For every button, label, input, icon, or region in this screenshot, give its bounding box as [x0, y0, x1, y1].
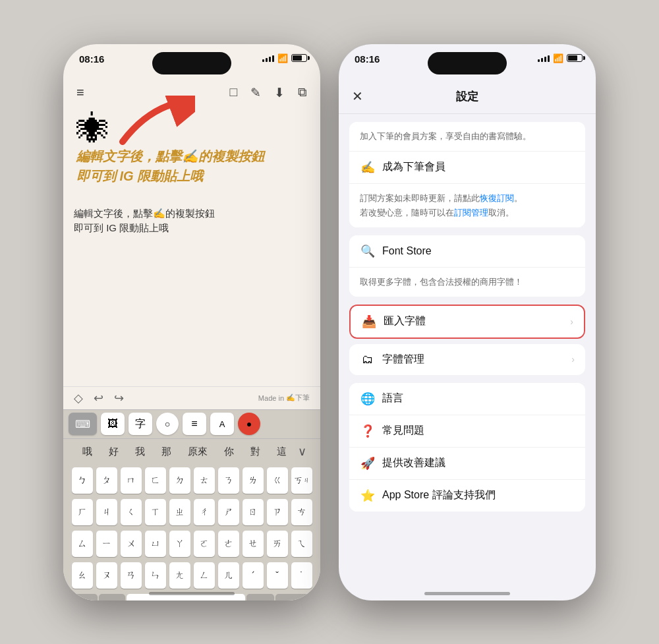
key-b5[interactable]: ㄉ [169, 467, 190, 494]
key-c9[interactable]: ㄗ [267, 499, 288, 525]
key-e5[interactable]: ㄤ [169, 562, 190, 589]
manage-link[interactable]: 訂閱管理 [454, 208, 488, 218]
membership-icon: ✍ [360, 160, 376, 175]
key-b8[interactable]: ㄌ [243, 467, 264, 494]
redo-icon[interactable]: ↪ [114, 391, 124, 405]
made-in-badge: Made in ✍下筆 [258, 393, 310, 403]
kb-keyboard-btn[interactable]: ⌨ [69, 413, 97, 435]
phones-container: 08:16 📶 ≡ □ [0, 0, 659, 644]
key-d8[interactable]: ㄝ [243, 531, 264, 557]
edit-icon[interactable]: ✎ [250, 85, 261, 100]
key-d4[interactable]: ㄩ [145, 531, 166, 557]
key-c6[interactable]: ㄔ [194, 499, 215, 525]
key-d1[interactable]: ㄙ [72, 531, 93, 557]
key-d9[interactable]: ㄞ [267, 531, 288, 557]
eraser-icon[interactable]: ◇ [74, 391, 83, 405]
restore-link[interactable]: 恢復訂閱 [480, 193, 514, 203]
key-d2[interactable]: ㄧ [96, 531, 117, 557]
hamburger-icon[interactable]: ≡ [76, 85, 84, 100]
undo-icon[interactable]: ↩ [94, 391, 103, 405]
appstore-row[interactable]: ⭐ App Store 評論支持我們 [349, 480, 585, 512]
kb-circle-btn[interactable]: ○ [156, 413, 179, 435]
import-font-label: 匯入字體 [384, 314, 563, 328]
key-b10[interactable]: ㄎㄐ [291, 467, 312, 494]
suggest-7[interactable]: 對 [245, 443, 266, 461]
share-icon[interactable]: ⬇ [274, 85, 285, 100]
key-c4[interactable]: ㄒ [145, 499, 166, 525]
key-e6[interactable]: ㄥ [194, 562, 215, 589]
key-c5[interactable]: ㄓ [169, 499, 190, 525]
key-c2[interactable]: ㄐ [96, 499, 117, 525]
import-font-icon: 📥 [361, 314, 377, 329]
suggest-6[interactable]: 你 [219, 443, 239, 461]
key-return[interactable]: 換行 [275, 594, 312, 600]
kb-char-btn[interactable]: 字 [129, 413, 152, 435]
membership-row[interactable]: ✍ 成為下筆會員 [349, 152, 585, 184]
key-b4[interactable]: ㄈ [145, 467, 166, 494]
left-phone: 08:16 📶 ≡ □ [63, 44, 320, 600]
faq-row[interactable]: ❓ 常見問題 [349, 415, 585, 448]
kb-list-btn[interactable]: ≡ [183, 413, 206, 435]
key-b6[interactable]: ㄊ [194, 467, 215, 494]
key-d6[interactable]: ㄛ [194, 531, 215, 557]
suggest-4[interactable]: 那 [156, 443, 177, 461]
key-d3[interactable]: ㄨ [121, 531, 142, 557]
time-left: 08:16 [79, 53, 104, 65]
suggest-5[interactable]: 原來 [183, 443, 213, 461]
key-b1[interactable]: ㄅ [72, 467, 93, 494]
language-label: 語言 [382, 392, 575, 405]
key-c8[interactable]: ㄖ [243, 499, 264, 525]
key-d7[interactable]: ㄜ [218, 531, 239, 557]
view-icon[interactable]: □ [230, 85, 237, 100]
font-store-row[interactable]: 🔍 Font Store [349, 235, 585, 268]
key-e2[interactable]: ㄡ [96, 562, 117, 589]
key-emoji[interactable]: 😊 [99, 594, 125, 600]
key-b2[interactable]: ㄆ [96, 467, 117, 494]
kb-font-btn[interactable]: A [210, 413, 234, 435]
import-font-row[interactable]: 📥 匯入字體 › [351, 306, 584, 337]
kb-image-btn[interactable]: 🖼 [101, 413, 125, 435]
kb-dot-btn[interactable]: ● [238, 413, 260, 435]
language-icon: 🌐 [360, 392, 376, 406]
key-123[interactable]: 123 [71, 594, 98, 600]
key-e10[interactable]: ˙ [291, 562, 312, 589]
feedback-row[interactable]: 🚀 提供改善建議 [349, 448, 585, 480]
home-indicator-left [149, 592, 235, 595]
key-e1[interactable]: ㄠ [72, 562, 93, 589]
suggest-3[interactable]: 我 [130, 443, 150, 461]
key-b3[interactable]: ㄇ [121, 467, 142, 494]
signal-bars-left [262, 54, 274, 62]
key-c10[interactable]: ㄘ [291, 499, 312, 525]
key-e3[interactable]: ㄢ [121, 562, 142, 589]
kb-row-1: ㄅ ㄆ ㄇ ㄈ ㄉ ㄊ ㄋ ㄌ ㄍ ㄎㄐ [66, 467, 318, 494]
key-c3[interactable]: ㄑ [121, 499, 142, 525]
suggest-8[interactable]: 這 [272, 443, 292, 461]
suggest-1[interactable]: 哦 [77, 443, 98, 461]
font-store-label: Font Store [382, 245, 575, 257]
copy-icon[interactable]: ⧉ [298, 85, 307, 100]
key-c1[interactable]: ㄏ [72, 499, 93, 525]
close-button[interactable]: ✕ [352, 88, 363, 104]
signal-bars-right [538, 54, 550, 62]
key-e9[interactable]: ˇ [267, 562, 288, 589]
font-mgmt-row[interactable]: 🗂 字體管理 › [349, 344, 585, 375]
battery-left [291, 54, 307, 62]
suggest-chevron[interactable]: ∨ [298, 444, 306, 459]
language-row[interactable]: 🌐 語言 [349, 383, 585, 415]
key-c7[interactable]: ㄕ [218, 499, 239, 525]
key-e7[interactable]: ㄦ [218, 562, 239, 589]
font-mgmt-chevron: › [571, 354, 575, 365]
key-e8[interactable]: ˊ [243, 562, 264, 589]
key-d5[interactable]: ㄚ [169, 531, 190, 557]
key-delete[interactable]: ⌫ [246, 594, 274, 600]
left-phone-content: 08:16 📶 ≡ □ [63, 44, 320, 600]
suggest-2[interactable]: 好 [103, 443, 124, 461]
settings-title: 設定 [456, 89, 478, 104]
key-e4[interactable]: ㄣ [145, 562, 166, 589]
key-b7[interactable]: ㄋ [218, 467, 239, 494]
time-right: 08:16 [355, 53, 380, 65]
key-d10[interactable]: ㄟ [291, 531, 312, 557]
membership-desc: 加入下筆的會員方案，享受自由的書寫體驗。 [360, 131, 575, 142]
appstore-icon: ⭐ [360, 488, 376, 503]
key-b9[interactable]: ㄍ [267, 467, 288, 494]
